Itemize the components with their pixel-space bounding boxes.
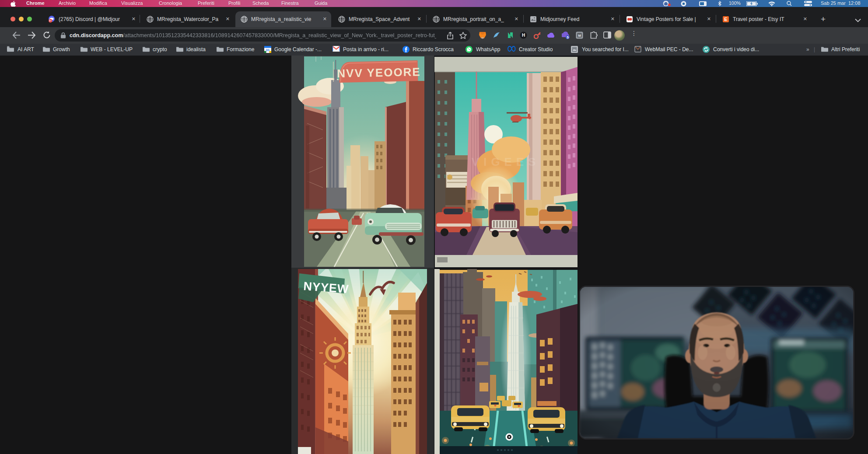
svg-text:E: E [724,17,727,22]
svg-text:VIGEES: VIGEES [472,155,540,168]
svg-text:31: 31 [266,48,270,52]
svg-text:H: H [522,33,525,38]
svg-text:2+: 2+ [49,19,52,22]
svg-text:5: 5 [567,35,569,39]
svg-text:NVV YEOORE: NVV YEOORE [337,65,421,80]
svg-text:M: M [578,34,581,38]
